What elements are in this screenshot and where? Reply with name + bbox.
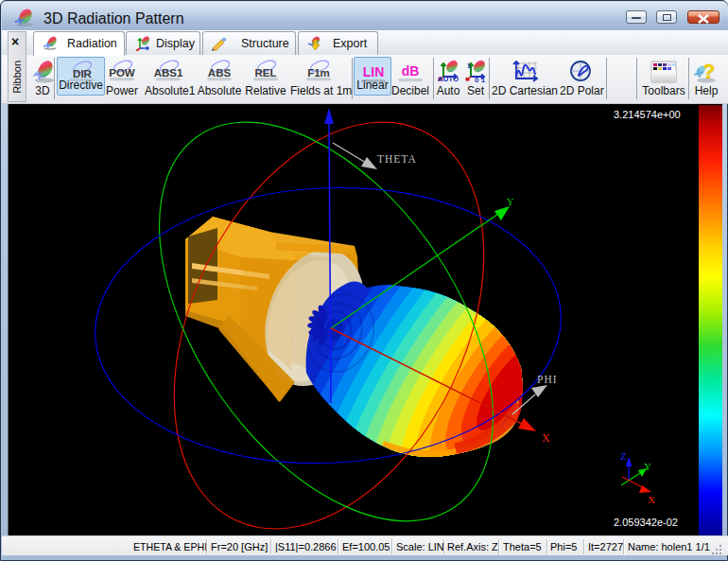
svg-text:LIN: LIN [363,64,385,79]
svg-text:ABS1: ABS1 [154,67,183,79]
svg-text:X: X [648,494,655,505]
svg-text:THETA: THETA [377,153,417,165]
svg-text:F1m: F1m [307,67,330,79]
svg-text:dB: dB [402,63,420,79]
svg-text:Y: Y [507,197,513,207]
svg-text:1: 1 [467,61,472,70]
svg-text:X: X [542,431,550,445]
svg-text:REL: REL [255,67,277,79]
svg-text:Y: Y [644,461,651,472]
svg-text:ABS: ABS [208,67,232,79]
svg-text:AUTO: AUTO [438,75,459,83]
svg-text:POW: POW [109,67,135,79]
svg-text:0 1: 0 1 [475,76,486,84]
svg-text:Z: Z [620,450,627,462]
svg-text:PHI: PHI [537,374,558,385]
